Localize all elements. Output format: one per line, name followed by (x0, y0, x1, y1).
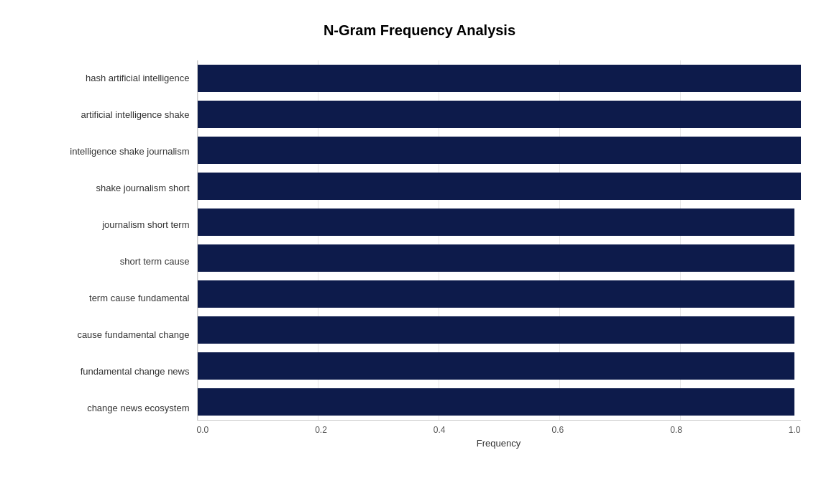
y-label: artificial intelligence shake (39, 109, 190, 121)
bar (198, 101, 801, 128)
plot-area: 0.00.20.40.60.81.0 Frequency (197, 60, 801, 449)
y-label: shake journalism short (39, 183, 190, 194)
x-tick: 1.0 (789, 425, 801, 435)
bar (198, 209, 795, 236)
bar-row (198, 351, 801, 381)
y-label: term cause fundamental (39, 293, 190, 304)
x-tick: 0.4 (434, 425, 446, 435)
bar (198, 280, 795, 308)
bar (198, 137, 801, 164)
bar-row (198, 99, 801, 129)
chart-body: hash artificial intelligenceartificial i… (39, 60, 801, 449)
bars-wrapper (197, 60, 801, 421)
bar-row (198, 171, 801, 201)
bar-row (198, 315, 801, 345)
y-label: intelligence shake journalism (39, 146, 190, 157)
x-axis-labels: 0.00.20.40.60.81.0 (197, 421, 801, 435)
bar (198, 173, 801, 200)
bar (198, 352, 795, 380)
bar-row (198, 243, 801, 273)
chart-title: N-Gram Frequency Analysis (39, 22, 801, 39)
bar-row (198, 63, 801, 93)
bar (198, 388, 795, 416)
x-axis-title: Frequency (197, 438, 801, 449)
y-label: journalism short term (39, 219, 190, 231)
bar (198, 316, 795, 344)
y-label: change news ecosystem (39, 403, 190, 414)
bar-row (198, 207, 801, 237)
y-label: hash artificial intelligence (39, 73, 190, 84)
x-tick: 0.6 (551, 425, 564, 435)
bar (198, 244, 795, 272)
chart-container: N-Gram Frequency Analysis hash artificia… (24, 8, 815, 497)
bar-row (198, 279, 801, 309)
bar (198, 65, 801, 92)
y-label: cause fundamental change (39, 329, 190, 341)
x-tick: 0.8 (670, 425, 682, 435)
bar-row (198, 387, 801, 417)
y-axis-labels: hash artificial intelligenceartificial i… (39, 60, 197, 449)
x-tick: 0.0 (197, 425, 209, 435)
x-tick: 0.2 (315, 425, 327, 435)
y-label: short term cause (39, 256, 190, 267)
bar-row (198, 135, 801, 165)
y-label: fundamental change news (39, 366, 190, 377)
